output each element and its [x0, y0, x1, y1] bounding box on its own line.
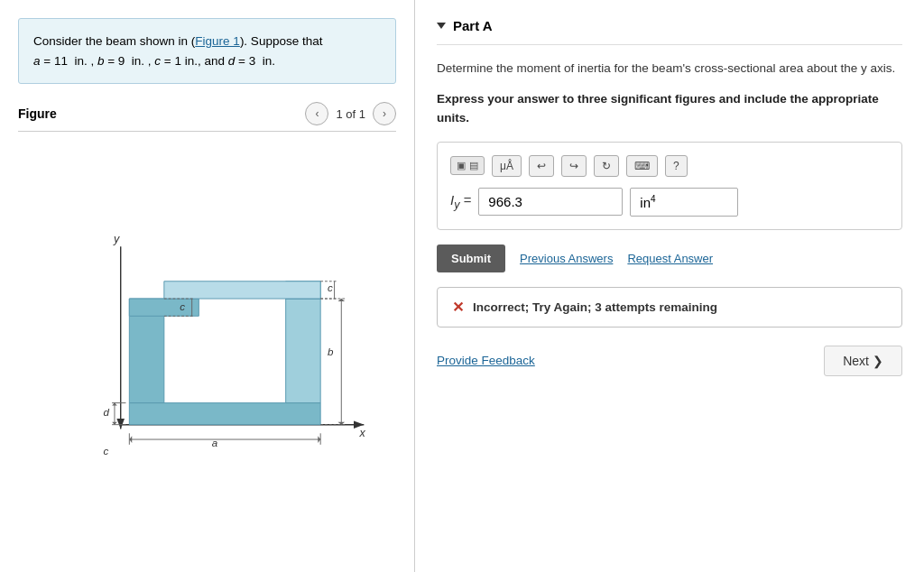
action-row: Submit Previous Answers Request Answer — [437, 244, 902, 272]
prev-figure-button[interactable]: ‹ — [305, 102, 328, 125]
incorrect-box: ✕ Incorrect; Try Again; 3 attempts remai… — [437, 287, 902, 328]
bottom-row: Provide Feedback Next ❯ — [437, 346, 902, 376]
redo-icon: ↪ — [569, 160, 578, 172]
part-label: Part A — [453, 18, 493, 33]
mu-button[interactable]: μÅ — [492, 155, 522, 177]
svg-text:b: b — [327, 346, 333, 357]
right-panel: Part A Determine the moment of inertia f… — [415, 0, 924, 572]
svg-text:y: y — [113, 234, 120, 246]
problem-text: Consider the beam shown in (Figure 1). S… — [33, 34, 322, 48]
provide-feedback-button[interactable]: Provide Feedback — [437, 354, 535, 367]
svg-text:a: a — [211, 438, 217, 448]
answer-input[interactable] — [478, 188, 623, 216]
submit-button[interactable]: Submit — [437, 244, 505, 272]
svg-text:d: d — [103, 407, 109, 418]
problem-statement: Consider the beam shown in (Figure 1). S… — [18, 18, 396, 84]
left-panel: Consider the beam shown in (Figure 1). S… — [0, 0, 415, 572]
svg-text:c: c — [103, 446, 108, 457]
next-button[interactable]: Next ❯ — [824, 346, 902, 376]
help-icon: ? — [673, 160, 679, 172]
description-text: Determine the moment of inertia for the … — [437, 60, 902, 78]
figure-header: Figure ‹ 1 of 1 › — [18, 102, 396, 132]
figure-label: Figure — [18, 106, 305, 121]
redo-button[interactable]: ↪ — [561, 155, 587, 177]
next-chevron-icon: ❯ — [873, 354, 883, 368]
answer-unit: in4 — [630, 188, 738, 217]
answer-row: Iy = in4 — [450, 188, 889, 217]
part-header: Part A — [437, 18, 902, 45]
svg-marker-5 — [129, 403, 320, 425]
keyboard-icon: ⌨ — [634, 160, 650, 172]
svg-marker-7 — [129, 299, 199, 316]
instruction-text: Express your answer to three significant… — [437, 90, 902, 127]
answer-container: ▣ ▤ μÅ ↩ ↪ ↻ ⌨ ? Iy = — [437, 142, 902, 230]
figure-area: y x c c — [18, 139, 396, 554]
grid-icon: ▤ — [469, 160, 478, 171]
next-label: Next — [843, 354, 869, 368]
toolbar: ▣ ▤ μÅ ↩ ↪ ↻ ⌨ ? — [450, 155, 889, 177]
svg-text:c: c — [327, 282, 332, 293]
svg-marker-8 — [285, 299, 320, 403]
refresh-button[interactable]: ↻ — [594, 155, 619, 177]
incorrect-message: Incorrect; Try Again; 3 attempts remaini… — [473, 300, 717, 314]
request-answer-button[interactable]: Request Answer — [627, 252, 713, 265]
svg-text:x: x — [358, 427, 365, 439]
mu-icon: μÅ — [500, 160, 513, 172]
matrix-icon: ▣ — [457, 160, 466, 171]
figure-nav: ‹ 1 of 1 › — [305, 102, 396, 125]
svg-text:c: c — [180, 301, 185, 312]
figure-count: 1 of 1 — [336, 107, 365, 121]
figure-link[interactable]: Figure 1 — [195, 34, 240, 48]
previous-answers-button[interactable]: Previous Answers — [520, 252, 613, 265]
refresh-icon: ↻ — [602, 160, 611, 172]
incorrect-icon: ✕ — [452, 299, 464, 316]
next-figure-button[interactable]: › — [373, 102, 396, 125]
keyboard-button[interactable]: ⌨ — [626, 155, 658, 177]
undo-button[interactable]: ↩ — [529, 155, 554, 177]
undo-icon: ↩ — [537, 160, 546, 172]
answer-label: Iy = — [450, 192, 471, 211]
problem-equation: a = 11 in. , b = 9 in. , c = 1 in., and … — [33, 54, 275, 68]
matrix-button[interactable]: ▣ ▤ — [450, 156, 485, 175]
beam-diagram: y x c c — [45, 229, 370, 464]
collapse-icon[interactable] — [437, 23, 446, 29]
help-button[interactable]: ? — [665, 155, 688, 177]
svg-marker-10 — [163, 281, 319, 299]
